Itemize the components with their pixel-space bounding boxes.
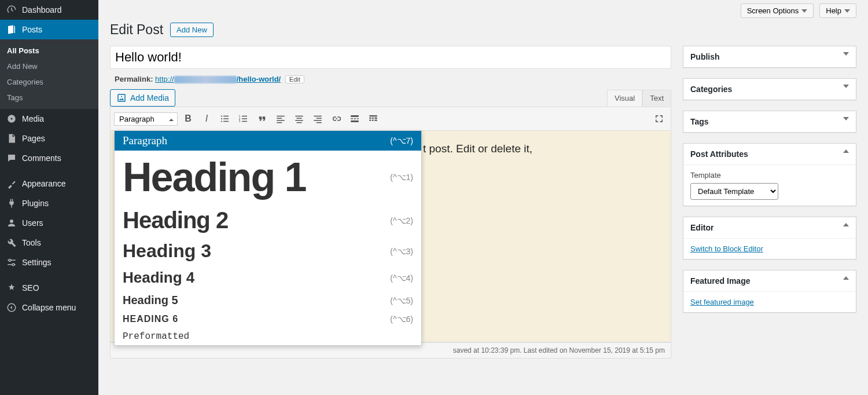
bold-button[interactable]: B (180, 111, 196, 127)
posts-icon (6, 24, 17, 35)
editor-toolbar: Paragraph B I 123 Paragraph(^⌥7)Heading … (110, 107, 671, 131)
dashboard-icon (6, 4, 17, 16)
editor-panel-header[interactable]: Editor (683, 217, 856, 239)
plugins-icon (6, 198, 17, 209)
align-center-button[interactable] (291, 111, 307, 127)
sidebar-item-label: Media (22, 114, 44, 123)
sidebar-item-posts[interactable]: Posts (0, 20, 98, 39)
publish-panel-header[interactable]: Publish (683, 46, 856, 67)
sidebar-item-label: Plugins (22, 199, 49, 208)
redacted-domain (174, 76, 237, 83)
sidebar-item-plugins[interactable]: Plugins (0, 193, 98, 213)
tab-text[interactable]: Text (642, 90, 671, 107)
post-attributes-title: Post Attributes (690, 149, 748, 159)
chevron-up-icon (843, 276, 849, 280)
format-dropdown: Paragraph(^⌥7)Heading 1(^⌥1)Heading 2(^⌥… (114, 130, 422, 346)
sidebar-subitem-add-new[interactable]: Add New (0, 58, 98, 74)
bullet-list-button[interactable] (217, 111, 233, 127)
editor-panel: Editor Switch to Block Editor (683, 217, 856, 259)
sidebar-subitem-all-posts[interactable]: All Posts (0, 43, 98, 58)
settings-icon (6, 257, 17, 268)
template-select[interactable]: Default Template (690, 183, 778, 200)
sidebar-item-label: Dashboard (22, 5, 62, 14)
sidebar-item-seo[interactable]: SEO (0, 278, 98, 298)
format-option-paragraph[interactable]: Paragraph(^⌥7) (115, 131, 421, 151)
svg-rect-40 (372, 120, 374, 121)
svg-rect-37 (372, 118, 374, 119)
sidebar-subitem-tags[interactable]: Tags (0, 90, 98, 105)
add-media-button[interactable]: Add Media (110, 89, 175, 107)
format-option-heading-4[interactable]: Heading 4(^⌥4) (115, 265, 421, 290)
blockquote-button[interactable] (254, 111, 270, 127)
read-more-button[interactable] (347, 111, 363, 127)
add-new-button[interactable]: Add New (170, 23, 214, 37)
publish-panel: Publish (683, 46, 856, 68)
format-option-heading-6[interactable]: HEADING 6(^⌥6) (115, 310, 421, 328)
edit-permalink-button[interactable]: Edit (285, 75, 304, 83)
categories-panel-title: Categories (690, 85, 732, 94)
help-label: Help (826, 6, 841, 15)
svg-rect-28 (314, 120, 322, 121)
help-button[interactable]: Help (819, 3, 856, 18)
align-left-button[interactable] (273, 111, 289, 127)
sidebar-item-comments[interactable]: Comments (0, 148, 98, 168)
svg-rect-19 (277, 118, 282, 119)
chevron-down-icon (843, 117, 849, 120)
set-featured-image-link[interactable]: Set featured image (690, 298, 754, 306)
format-option-preformatted[interactable]: Preformatted (115, 328, 421, 345)
svg-point-7 (221, 118, 222, 119)
post-title-input[interactable] (110, 46, 671, 69)
align-right-button[interactable] (310, 111, 326, 127)
format-option-shortcut: (^⌥3) (390, 247, 413, 256)
svg-rect-10 (223, 118, 229, 119)
categories-panel-header[interactable]: Categories (683, 79, 856, 100)
fullscreen-button[interactable] (651, 111, 667, 127)
italic-button[interactable]: I (198, 111, 215, 127)
format-select[interactable]: Paragraph (114, 112, 178, 126)
sidebar-item-appearance[interactable]: Appearance (0, 174, 98, 193)
publish-panel-title: Publish (690, 52, 720, 61)
format-option-heading-5[interactable]: Heading 5(^⌥5) (115, 290, 421, 310)
sidebar-subitem-categories[interactable]: Categories (0, 74, 98, 90)
permalink-link[interactable]: http:///hello-world/ (155, 75, 281, 83)
sidebar-item-tools[interactable]: Tools (0, 233, 98, 253)
format-option-heading-1[interactable]: Heading 1(^⌥1) (115, 151, 421, 204)
svg-point-5 (121, 96, 122, 97)
tags-panel-header[interactable]: Tags (683, 111, 856, 132)
switch-block-editor-link[interactable]: Switch to Block Editor (690, 244, 763, 253)
tab-visual[interactable]: Visual (607, 90, 642, 107)
comments-icon (6, 152, 17, 164)
sidebar-item-media[interactable]: Media (0, 109, 98, 129)
featured-image-header[interactable]: Featured Image (683, 270, 856, 292)
top-bar: Screen Options Help (110, 0, 856, 18)
format-option-heading-2[interactable]: Heading 2(^⌥2) (115, 204, 421, 237)
svg-point-2 (9, 259, 11, 261)
svg-rect-26 (314, 116, 322, 117)
format-option-heading-3[interactable]: Heading 3(^⌥3) (115, 237, 421, 265)
sidebar-item-label: Comments (22, 153, 61, 163)
svg-rect-15 (242, 116, 247, 117)
post-attributes-header[interactable]: Post Attributes (683, 144, 856, 165)
sidebar-item-label: Tools (22, 238, 41, 247)
categories-panel: Categories (683, 78, 856, 100)
svg-rect-39 (369, 120, 371, 121)
toolbar-toggle-button[interactable] (365, 111, 381, 127)
screen-options-button[interactable]: Screen Options (741, 3, 814, 18)
link-button[interactable] (328, 111, 344, 127)
tags-panel: Tags (683, 111, 856, 133)
sidebar-item-users[interactable]: Users (0, 213, 98, 233)
sidebar-item-collapse-menu[interactable]: Collapse menu (0, 298, 98, 317)
permalink-slug: /hello-world/ (237, 75, 281, 83)
svg-text:3: 3 (239, 120, 241, 123)
sidebar-item-dashboard[interactable]: Dashboard (0, 0, 98, 20)
format-option-shortcut: (^⌥7) (390, 136, 413, 145)
svg-point-3 (12, 264, 14, 266)
svg-rect-18 (277, 116, 285, 117)
format-option-label: Paragraph (123, 134, 167, 147)
numbered-list-button[interactable]: 123 (236, 111, 252, 127)
sidebar-item-pages[interactable]: Pages (0, 129, 98, 148)
post-attributes-panel: Post Attributes Template Default Templat… (683, 143, 856, 206)
svg-rect-32 (354, 118, 356, 119)
seo-icon (6, 282, 17, 294)
sidebar-item-settings[interactable]: Settings (0, 253, 98, 272)
